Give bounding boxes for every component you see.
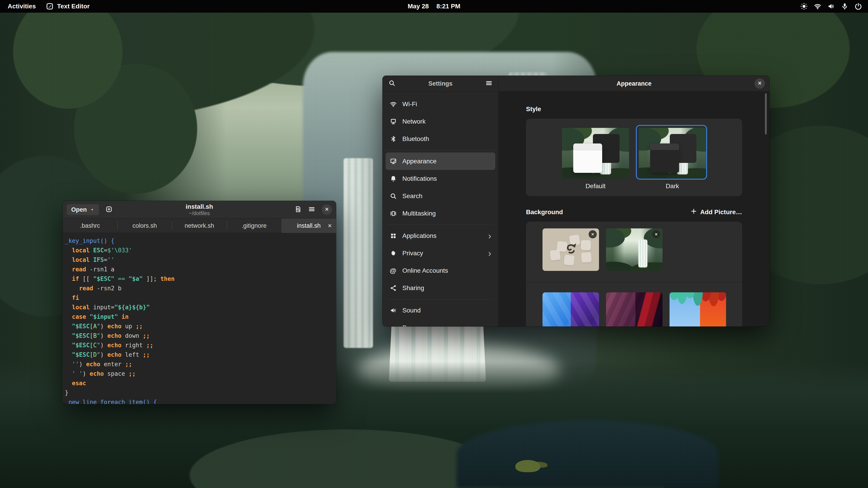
code-line: esac <box>65 379 334 388</box>
system-tray[interactable] <box>800 2 862 10</box>
style-option-default[interactable]: Default <box>562 128 629 190</box>
sidebar-item-privacy[interactable]: Privacy› <box>385 245 495 262</box>
settings-search-button[interactable] <box>388 79 396 88</box>
style-option-dark[interactable]: Dark <box>639 128 706 190</box>
sidebar-item-label: Bluetooth <box>402 135 429 142</box>
editor-headerbar: Open install.sh ~/dotfiles <box>63 201 336 219</box>
editor-tab-gitignore[interactable]: .gitignore <box>227 219 281 233</box>
share-icon <box>390 285 397 292</box>
hamburger-menu-icon <box>485 79 493 88</box>
sidebar-item-network[interactable]: Network <box>385 113 495 130</box>
document-search-button[interactable] <box>294 205 302 214</box>
mini-window-front <box>650 143 679 173</box>
code-line: "$ESC[C") echo right ;; <box>65 340 334 350</box>
wallpaper-thumb-abstract-light[interactable] <box>542 228 599 271</box>
activities-button[interactable]: Activities <box>8 3 36 10</box>
sidebar-divider <box>385 297 495 302</box>
wallpaper-thumb-maroon-red-waves[interactable] <box>606 292 662 326</box>
volume-icon[interactable] <box>827 2 835 10</box>
new-tab-icon <box>105 205 113 214</box>
add-picture-button[interactable]: Add Picture… <box>690 208 742 216</box>
focused-app-indicator[interactable]: Text Editor <box>46 2 90 10</box>
close-icon <box>324 206 330 213</box>
brightness-icon[interactable] <box>800 2 808 10</box>
sidebar-item-sound[interactable]: Sound <box>385 302 495 319</box>
sidebar-item-label: Wi-Fi <box>402 101 417 108</box>
clock-button[interactable]: May 28 8:21 PM <box>408 3 460 10</box>
sidebar-item-wi-fi[interactable]: Wi-Fi <box>385 95 495 113</box>
editor-tab-bashrc[interactable]: .bashrc <box>63 219 117 233</box>
chevron-right-icon: › <box>488 249 491 258</box>
sidebar-item-power[interactable]: Power <box>385 319 495 326</box>
top-bar: Activities Text Editor May 28 8:21 PM <box>0 0 868 13</box>
plus-icon <box>690 208 697 216</box>
sidebar-item-applications[interactable]: Applications› <box>385 227 495 245</box>
style-option-label: Dark <box>639 183 706 190</box>
microphone-icon[interactable] <box>841 2 848 10</box>
sidebar-item-label: Applications <box>402 232 436 239</box>
sidebar-item-label: Search <box>402 193 423 200</box>
settings-scrollbar[interactable] <box>765 93 767 134</box>
code-line: read -rsn1 a <box>65 265 334 274</box>
settings-menu-button[interactable] <box>485 79 493 88</box>
close-icon <box>757 80 763 87</box>
clock-time: 8:21 PM <box>436 3 460 10</box>
main-menu-button[interactable] <box>308 205 315 214</box>
panel-headerbar: Appearance <box>499 76 770 92</box>
editor-tab-network-sh[interactable]: network.sh <box>172 219 227 233</box>
sidebar-item-label: Sharing <box>402 285 424 292</box>
settings-close-button[interactable] <box>754 78 765 89</box>
tab-label: install.sh <box>297 222 320 229</box>
editor-tab-install-sh[interactable]: install.sh <box>281 219 336 233</box>
wallpaper-thumb-forest-waterfall[interactable] <box>606 228 662 271</box>
sidebar-item-sharing[interactable]: Sharing <box>385 279 495 297</box>
network-icon <box>390 118 397 125</box>
mini-window-front <box>573 143 602 173</box>
code-line: '') echo enter ;; <box>65 359 334 369</box>
panel-title: Appearance <box>617 80 652 87</box>
multitasking-icon <box>390 210 397 217</box>
wallpaper-divider <box>526 282 742 282</box>
code-line: "$ESC[A") echo up ;; <box>65 322 334 331</box>
power-icon[interactable] <box>855 2 862 10</box>
appearance-icon <box>390 158 397 165</box>
sidebar-item-appearance[interactable]: Appearance <box>385 153 495 170</box>
settings-window: Settings Wi-FiNetworkBluetoothAppearance… <box>382 76 770 326</box>
wallpaper-thumb-blue-purple-geometric[interactable] <box>542 292 599 326</box>
code-line: if [[ "$ESC" == "$a" ]]; then <box>65 274 334 284</box>
hamburger-menu-icon <box>308 205 315 214</box>
wallpaper-thumb-blue-teal-orange-drips[interactable] <box>670 292 726 326</box>
sidebar-item-label: Privacy <box>402 250 423 257</box>
remove-wallpaper-button[interactable] <box>652 230 660 238</box>
style-card: Default Dark <box>526 119 742 196</box>
background-section-label: Background <box>526 208 563 216</box>
open-button-label: Open <box>71 206 87 213</box>
style-option-label: Default <box>562 183 629 190</box>
editor-tab-colors-sh[interactable]: colors.sh <box>117 219 172 233</box>
window-close-button[interactable] <box>322 204 332 215</box>
sidebar-item-bluetooth[interactable]: Bluetooth <box>385 130 495 148</box>
search-icon <box>388 79 396 88</box>
sidebar-item-notifications[interactable]: Notifications <box>385 170 495 187</box>
code-line: _new_line_foreach_item() { <box>65 397 334 404</box>
remove-wallpaper-button[interactable] <box>589 230 597 238</box>
sidebar-item-search[interactable]: Search <box>385 187 495 205</box>
battery-icon <box>390 324 397 327</box>
sidebar-item-multitasking[interactable]: Multitasking <box>385 205 495 222</box>
sidebar-item-label: Power <box>402 324 420 327</box>
sidebar-title: Settings <box>396 80 485 87</box>
code-line: read -rsn2 b <box>65 284 334 293</box>
tab-label: .bashrc <box>80 222 100 229</box>
code-line: case "$input" in <box>65 312 334 322</box>
sidebar-item-label: Online Accounts <box>402 267 448 274</box>
doc-search-icon <box>294 205 302 214</box>
code-editor-area[interactable]: _key_input() { local ESC=$'\033' local I… <box>63 233 336 404</box>
text-editor-window: Open install.sh ~/dotfiles .bashrccolors… <box>63 201 336 404</box>
sidebar-item-online-accounts[interactable]: @Online Accounts <box>385 262 495 279</box>
style-thumb-dark <box>639 128 706 178</box>
tab-close-icon[interactable] <box>327 223 333 228</box>
new-tab-button[interactable] <box>103 204 114 215</box>
wifi-icon[interactable] <box>814 2 822 10</box>
code-line: local IFS='' <box>65 255 334 265</box>
open-button[interactable]: Open <box>67 204 99 215</box>
